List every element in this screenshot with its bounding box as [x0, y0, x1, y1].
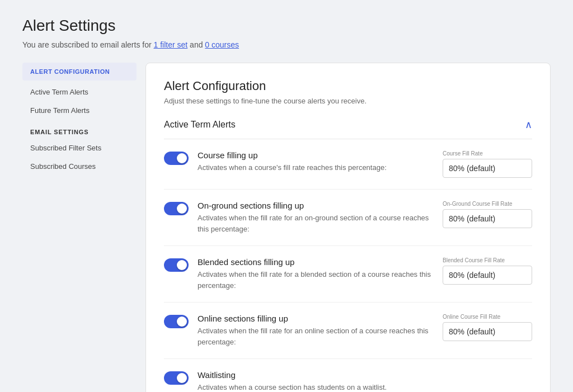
chevron-up-icon[interactable]: ∧ — [525, 119, 532, 131]
alert-input-label-blended-sections: Blended Course Fill Rate — [443, 257, 532, 263]
alert-info-online-sections: Online sections filling up Activates whe… — [198, 314, 434, 347]
filter-set-link[interactable]: 1 filter set — [154, 40, 188, 49]
alert-description-blended-sections: Activates when the fill rate for a blend… — [198, 269, 434, 291]
alert-input-label-on-ground-sections: On-Ground Course Fill Rate — [443, 201, 532, 207]
subscription-conjunction: and — [190, 40, 205, 49]
toggle-slider-waitlisting — [164, 371, 189, 385]
toggle-blended-sections[interactable] — [164, 258, 189, 272]
content-title: Alert Configuration — [164, 79, 532, 93]
alert-input-wrapper-on-ground-sections: On-Ground Course Fill Rate — [443, 201, 532, 228]
main-content: Alert Configuration Adjust these setting… — [145, 63, 551, 392]
alert-row-online-sections: Online sections filling up Activates whe… — [164, 303, 532, 359]
content-subtitle: Adjust these settings to fine-tune the c… — [164, 97, 532, 105]
toggle-course-filling-up[interactable] — [164, 152, 189, 165]
main-layout: ALERT CONFIGURATION Active Term Alerts F… — [22, 63, 551, 392]
toggle-slider-course-filling-up — [164, 152, 189, 165]
toggle-slider-blended-sections — [164, 258, 189, 272]
toggle-waitlisting[interactable] — [164, 371, 189, 385]
alert-row-waitlisting: Waitlisting Activates when a course sect… — [164, 359, 532, 392]
sidebar-item-future-term-alerts[interactable]: Future Term Alerts — [22, 101, 137, 120]
subscription-prefix: You are subscribed to email alerts for — [22, 40, 154, 49]
alert-input-wrapper-course-filling-up: Course Fill Rate — [443, 150, 532, 178]
alert-info-on-ground-sections: On-ground sections filling up Activates … — [198, 201, 434, 234]
alert-input-course-filling-up[interactable] — [443, 159, 532, 178]
subscription-info: You are subscribed to email alerts for 1… — [22, 40, 551, 49]
toggle-slider-on-ground-sections — [164, 202, 189, 215]
alert-name-waitlisting: Waitlisting — [198, 370, 532, 380]
alerts-list: Course filling up Activates when a cours… — [164, 139, 532, 392]
courses-link[interactable]: 0 courses — [205, 40, 239, 49]
sidebar-item-active-term-alerts[interactable]: Active Term Alerts — [22, 83, 137, 101]
sidebar-item-subscribed-filter-sets[interactable]: Subscribed Filter Sets — [22, 139, 137, 157]
alert-info-blended-sections: Blended sections filling up Activates wh… — [198, 257, 434, 291]
alert-input-blended-sections[interactable] — [443, 266, 532, 285]
alert-input-wrapper-blended-sections: Blended Course Fill Rate — [443, 257, 532, 285]
alert-name-blended-sections: Blended sections filling up — [198, 257, 434, 267]
active-term-alerts-title: Active Term Alerts — [164, 120, 236, 130]
alert-name-online-sections: Online sections filling up — [198, 314, 434, 323]
alert-info-waitlisting: Waitlisting Activates when a course sect… — [198, 370, 532, 392]
toggle-on-ground-sections[interactable] — [164, 202, 189, 215]
toggle-online-sections[interactable] — [164, 315, 189, 328]
sidebar-item-subscribed-courses[interactable]: Subscribed Courses — [22, 157, 137, 176]
alert-row-blended-sections: Blended sections filling up Activates wh… — [164, 246, 532, 303]
alert-description-on-ground-sections: Activates when the fill rate for an on-g… — [198, 212, 434, 234]
toggle-slider-online-sections — [164, 315, 189, 328]
alert-info-course-filling-up: Course filling up Activates when a cours… — [198, 150, 434, 173]
alert-input-wrapper-online-sections: Online Course Fill Rate — [443, 314, 532, 341]
alert-name-course-filling-up: Course filling up — [198, 150, 434, 160]
alert-name-on-ground-sections: On-ground sections filling up — [198, 201, 434, 210]
sidebar-email-settings-label: EMAIL SETTINGS — [22, 126, 137, 139]
sidebar: ALERT CONFIGURATION Active Term Alerts F… — [22, 63, 145, 176]
alert-row-on-ground-sections: On-ground sections filling up Activates … — [164, 190, 532, 246]
active-term-alerts-section-header: Active Term Alerts ∧ — [164, 119, 532, 139]
alert-input-online-sections[interactable] — [443, 322, 532, 341]
alert-input-label-course-filling-up: Course Fill Rate — [443, 150, 532, 157]
page-title: Alert Settings — [22, 17, 551, 35]
alert-input-label-online-sections: Online Course Fill Rate — [443, 314, 532, 320]
alert-description-course-filling-up: Activates when a course's fill rate reac… — [198, 162, 434, 173]
alert-description-waitlisting: Activates when a course section has stud… — [198, 382, 532, 392]
sidebar-item-alert-configuration[interactable]: ALERT CONFIGURATION — [22, 63, 137, 81]
alert-description-online-sections: Activates when the fill rate for an onli… — [198, 325, 434, 347]
alert-row-course-filling-up: Course filling up Activates when a cours… — [164, 139, 532, 190]
alert-input-on-ground-sections[interactable] — [443, 209, 532, 228]
